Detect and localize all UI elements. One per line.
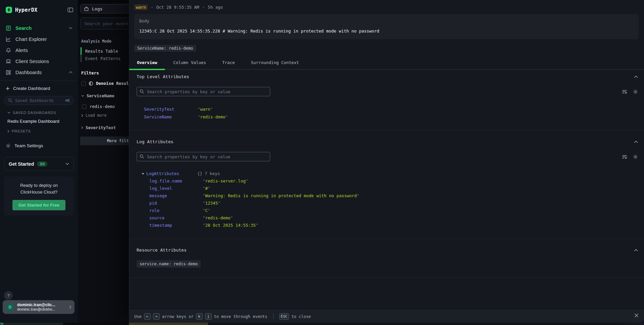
sidebar: HyperDX Search Chart Explorer Alerts bbox=[0, 0, 78, 323]
attribute-row: ServiceName redis-demo bbox=[144, 113, 644, 121]
sidebar-item-chart-explorer[interactable]: Chart Explorer bbox=[0, 34, 78, 45]
attribute-row: source redis-demo bbox=[149, 214, 644, 222]
get-started-card[interactable]: Get Started 3/3 bbox=[4, 157, 74, 171]
top-level-attributes-list: SeverityText warn ServiceName redis-demo bbox=[144, 105, 644, 121]
attribute-value[interactable]: C bbox=[203, 207, 210, 214]
gear-icon[interactable] bbox=[633, 89, 638, 94]
chevron-up-icon[interactable] bbox=[634, 249, 638, 252]
drawer-footer: Use ← → arrow keys or k j to move throug… bbox=[129, 310, 644, 323]
denoise-checkbox[interactable] bbox=[81, 81, 86, 86]
log-attributes-properties-search-input[interactable] bbox=[137, 152, 270, 161]
event-header: warn · Oct 28 9:55:35 AM · 5h ago bbox=[129, 0, 644, 10]
wrap-lines-icon[interactable] bbox=[622, 154, 627, 159]
saved-dashboards-section-toggle[interactable]: SAVED DASHBOARDS bbox=[7, 111, 78, 115]
chevron-down-icon bbox=[7, 112, 10, 114]
chevron-right-icon bbox=[81, 114, 83, 117]
body-label: Body bbox=[139, 18, 634, 23]
help-button[interactable]: ? bbox=[4, 291, 13, 300]
log-attributes-section-header: Log Attributes bbox=[137, 139, 638, 144]
promo-text-line2: ClickHouse Cloud? bbox=[7, 189, 70, 196]
sidebar-item-client-sessions[interactable]: Client Sessions bbox=[0, 56, 78, 67]
gear-icon bbox=[6, 143, 11, 148]
separator-dot: · bbox=[202, 5, 205, 10]
attribute-key[interactable]: source bbox=[149, 214, 203, 222]
saved-dashboard-item[interactable]: Redis Example Dashboard bbox=[7, 119, 78, 124]
sidebar-item-label: Client Sessions bbox=[15, 59, 49, 64]
attribute-row: SeverityText warn bbox=[144, 105, 644, 113]
laptop-icon bbox=[6, 59, 11, 64]
search-icon bbox=[140, 89, 144, 94]
attribute-value[interactable]: 28 Oct 2025 14:55:35 bbox=[203, 222, 258, 229]
get-started-label: Get Started bbox=[9, 161, 34, 167]
attribute-key[interactable]: ServiceName bbox=[144, 113, 198, 121]
logs-source-icon bbox=[84, 6, 89, 11]
attribute-value[interactable]: 12345 bbox=[203, 200, 220, 207]
close-icon[interactable] bbox=[634, 313, 639, 318]
chevron-up-icon[interactable] bbox=[634, 141, 638, 143]
sidebar-item-search[interactable]: Search bbox=[0, 22, 78, 34]
attribute-key[interactable]: pid bbox=[149, 200, 203, 207]
chevron-up-icon[interactable] bbox=[634, 75, 638, 78]
attribute-key[interactable]: message bbox=[149, 192, 203, 200]
attribute-value[interactable]: # bbox=[203, 185, 210, 192]
saved-dashboards-search[interactable]: Saved Dashboards ⌘K bbox=[4, 96, 74, 105]
attribute-value[interactable]: redis-demo bbox=[198, 113, 228, 121]
sidebar-item-dashboards[interactable]: Dashboards bbox=[0, 67, 78, 78]
log-attributes-root-row[interactable]: LogAttributes {}7 keys bbox=[142, 170, 644, 177]
get-started-free-button[interactable]: Get Started for Free bbox=[12, 200, 65, 210]
attribute-key[interactable]: log.file.name bbox=[149, 177, 203, 185]
resource-attribute-tag[interactable]: service.name: redis-demo bbox=[137, 260, 201, 268]
sidebar-item-alerts[interactable]: Alerts bbox=[0, 45, 78, 56]
create-dashboard-button[interactable]: Create Dashboard bbox=[0, 81, 78, 91]
resource-attributes-section-header: Resource Attributes bbox=[137, 248, 638, 253]
braces-icon: {} bbox=[197, 171, 202, 176]
j-key: j bbox=[205, 313, 212, 320]
gear-icon[interactable] bbox=[633, 154, 638, 159]
sidebar-item-label: Dashboards bbox=[15, 70, 42, 75]
top-level-properties-search-input[interactable] bbox=[137, 87, 270, 96]
attribute-key[interactable]: log_level bbox=[149, 185, 203, 192]
line-chart-icon bbox=[6, 37, 11, 42]
attribute-value[interactable]: redis-demo bbox=[203, 214, 233, 222]
chevron-down-icon bbox=[69, 27, 72, 29]
divider bbox=[129, 277, 644, 278]
tree-key-count: 7 keys bbox=[205, 171, 220, 176]
wrap-lines-icon[interactable] bbox=[622, 89, 627, 94]
footer-text: arrow keys or bbox=[162, 314, 194, 319]
team-settings-button[interactable]: Team Settings bbox=[6, 143, 78, 148]
footer-text: Use bbox=[134, 314, 142, 319]
presets-header: PRESETS bbox=[12, 129, 31, 133]
attribute-key[interactable]: timestamp bbox=[149, 222, 203, 229]
filter-value-checkbox[interactable] bbox=[82, 104, 87, 109]
shortcut-hint: ⌘K bbox=[65, 98, 70, 103]
attribute-value[interactable]: warn bbox=[198, 105, 213, 113]
divider bbox=[273, 314, 274, 319]
section-title: Top Level Attributes bbox=[137, 74, 189, 79]
chevron-up-icon bbox=[69, 71, 72, 73]
user-name: dominic.tran@clic... bbox=[17, 303, 55, 307]
service-name-tag[interactable]: ServiceName: redis-demo bbox=[134, 45, 196, 52]
attribute-row: timestamp 28 Oct 2025 14:55:35 bbox=[149, 222, 644, 229]
chevron-down-icon bbox=[81, 95, 84, 97]
attribute-key[interactable]: role bbox=[149, 207, 203, 214]
background-strip-segment bbox=[63, 323, 129, 325]
attribute-value[interactable]: Warning: Redis is running in protected m… bbox=[203, 192, 359, 200]
arrow-left-key: ← bbox=[144, 313, 151, 320]
progress-badge: 3/3 bbox=[37, 161, 47, 167]
sidebar-item-label: Chart Explorer bbox=[15, 37, 47, 42]
section-title: Resource Attributes bbox=[137, 248, 187, 253]
overview-tab-content: Top Level Attributes bbox=[129, 65, 644, 310]
tree-root-key: LogAttributes bbox=[146, 170, 179, 177]
presets-section-toggle[interactable]: PRESETS bbox=[7, 129, 78, 133]
denoise-label: Denoise Results bbox=[96, 81, 134, 86]
filter-group-label: SeverityText bbox=[86, 125, 116, 130]
chevron-right-icon bbox=[81, 126, 83, 129]
attribute-row: message Warning: Redis is running in pro… bbox=[149, 192, 644, 200]
attribute-value[interactable]: redis-server.log bbox=[203, 177, 248, 185]
attribute-row: pid 12345 bbox=[149, 200, 644, 207]
attribute-key[interactable]: SeverityText bbox=[144, 105, 198, 113]
attribute-row: role C bbox=[149, 207, 644, 214]
user-menu[interactable]: D dominic.tran@clic... dominic.tran@clic… bbox=[3, 300, 75, 314]
collapse-sidebar-icon[interactable] bbox=[67, 7, 73, 12]
event-details-drawer: warn · Oct 28 9:55:35 AM · 5h ago Body 1… bbox=[129, 0, 644, 323]
